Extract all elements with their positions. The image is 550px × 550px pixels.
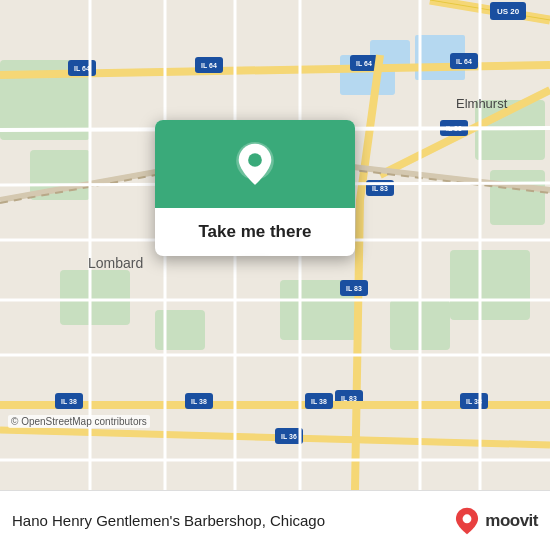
svg-text:IL 83: IL 83 — [346, 285, 362, 292]
moovit-pin-icon — [453, 507, 481, 535]
take-me-there-button[interactable]: Take me there — [178, 208, 331, 256]
svg-text:IL 64: IL 64 — [201, 62, 217, 69]
svg-rect-11 — [490, 170, 545, 225]
map-container[interactable]: US 20 IL 64 IL 64 IL 64 IL 64 IL 83 IL 8… — [0, 0, 550, 490]
moovit-logo: moovit — [453, 507, 538, 535]
svg-text:IL 38: IL 38 — [191, 398, 207, 405]
svg-text:IL 64: IL 64 — [356, 60, 372, 67]
svg-rect-8 — [155, 310, 205, 350]
svg-text:Lombard: Lombard — [88, 255, 143, 271]
svg-rect-10 — [450, 250, 530, 320]
svg-text:IL 38: IL 38 — [311, 398, 327, 405]
osm-attribution: © OpenStreetMap contributors — [8, 415, 150, 428]
bottom-bar: Hano Henry Gentlemen's Barbershop, Chica… — [0, 490, 550, 550]
svg-text:IL 64: IL 64 — [74, 65, 90, 72]
place-name: Hano Henry Gentlemen's Barbershop, Chica… — [12, 512, 443, 529]
location-pin-icon — [231, 142, 279, 190]
svg-text:IL 38: IL 38 — [61, 398, 77, 405]
svg-point-56 — [248, 153, 262, 167]
svg-text:Elmhurst: Elmhurst — [456, 96, 508, 111]
svg-text:IL 64: IL 64 — [456, 58, 472, 65]
svg-rect-7 — [60, 270, 130, 325]
location-popup[interactable]: Take me there — [155, 120, 355, 256]
svg-text:US 20: US 20 — [497, 7, 520, 16]
moovit-brand-text: moovit — [485, 511, 538, 531]
svg-text:IL 83: IL 83 — [372, 185, 388, 192]
svg-text:IL 36: IL 36 — [281, 433, 297, 440]
popup-icon-area — [155, 120, 355, 208]
svg-point-57 — [463, 514, 472, 523]
svg-text:IL 83: IL 83 — [341, 395, 357, 402]
